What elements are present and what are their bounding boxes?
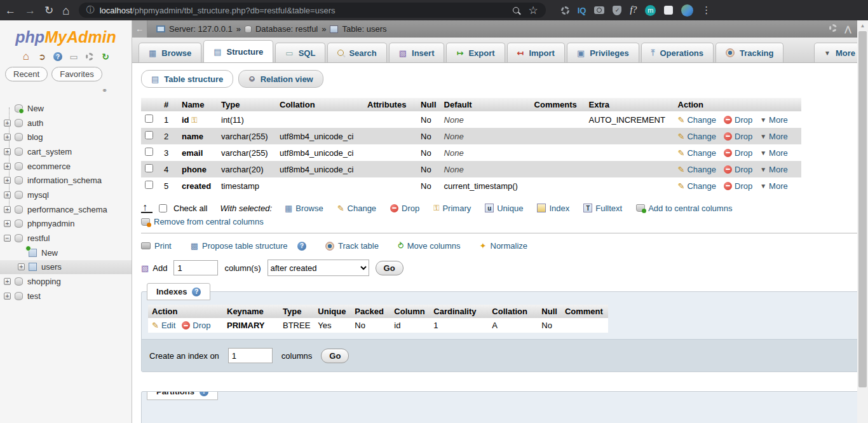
with-selected-drop[interactable]: Drop [390,204,419,213]
with-selected-change[interactable]: ✎Change [337,204,376,213]
expand-icon[interactable]: + [4,206,11,213]
change-link[interactable]: ✎Change [678,132,716,141]
help-icon[interactable]: ? [52,52,64,62]
scrollbar-thumb[interactable] [858,31,867,387]
add-column-position-select[interactable]: after created [268,260,369,276]
tab-export[interactable]: ↦Export [446,43,505,62]
breadcrumb-table-link[interactable]: Table: users [342,24,386,34]
change-link[interactable]: ✎Change [678,115,716,125]
with-selected-fulltext[interactable]: TFulltext [583,204,622,213]
tab-search[interactable]: Search [327,43,386,62]
home-icon[interactable]: ⌂ [62,4,69,17]
expand-icon[interactable]: + [4,148,11,155]
create-index-go-button[interactable]: Go [321,349,349,363]
documentation-icon[interactable]: ▭ [68,52,79,62]
bookmark-star-icon[interactable]: ☆ [528,5,538,16]
zoom-icon[interactable] [513,7,519,13]
tree-item-mysql[interactable]: + mysql [0,188,132,202]
page-settings-gear-icon[interactable] [829,24,837,32]
tree-item-performance-schema[interactable]: + performance_schema [0,202,132,217]
forward-icon[interactable]: → [25,5,36,16]
row-checkbox[interactable] [145,181,153,189]
row-checkbox[interactable] [145,164,153,172]
with-selected-unique[interactable]: uUnique [485,204,523,213]
collapse-panel-icon[interactable]: ⋀ [844,24,851,34]
with-selected-add-central[interactable]: Add to central columns [636,204,732,213]
add-column-count-input[interactable] [173,260,218,275]
index-edit-link[interactable]: ✎Edit [152,321,175,330]
favorites-button[interactable]: Favorites [51,67,102,81]
change-link[interactable]: ✎Change [678,181,716,191]
index-drop-link[interactable]: Drop [182,321,210,330]
phpmyadmin-logo[interactable]: phpMyAdmin [0,28,132,46]
drop-link[interactable]: Drop [724,115,752,125]
tree-item-new-database[interactable]: New [0,101,132,116]
expand-icon[interactable]: + [4,177,11,184]
more-link[interactable]: ▼More [760,115,788,125]
help-icon[interactable]: ? [297,242,306,251]
propose-structure-link[interactable]: ▩Propose table structure ? [191,241,306,251]
drop-link[interactable]: Drop [724,165,752,174]
more-link[interactable]: ▼More [760,148,788,158]
change-link[interactable]: ✎Change [678,165,716,174]
tree-item-test[interactable]: + test [0,289,132,303]
tab-browse[interactable]: ▦Browse [139,43,201,62]
add-column-go-button[interactable]: Go [376,261,403,275]
extension-camera-icon[interactable] [594,6,604,14]
tree-item-information-schema[interactable]: + information_schema [0,173,132,188]
logout-icon[interactable]: ➲ [36,52,48,62]
expand-icon[interactable]: + [4,278,11,285]
change-link[interactable]: ✎Change [678,148,716,158]
expand-icon[interactable]: + [4,134,11,141]
print-link[interactable]: Print [141,241,172,251]
drop-link[interactable]: Drop [724,181,752,191]
browser-menu-icon[interactable]: ⋮ [702,4,712,16]
more-link[interactable]: ▼More [760,132,788,141]
extension-shield-icon[interactable]: ✓ [613,6,621,15]
tree-item-blog[interactable]: + blog [0,130,132,144]
breadcrumb-server-link[interactable]: Server: 127.0.0.1 [169,24,233,34]
recent-button[interactable]: Recent [5,67,48,81]
unlink-panels-icon[interactable]: ⚭ [102,87,132,95]
more-link[interactable]: ▼More [760,165,788,174]
expand-icon[interactable]: + [18,263,25,270]
tab-privileges[interactable]: ▣Privileges [567,43,639,62]
address-bar[interactable]: ⓘ localhost/phpmyadmin/tbl_structure.php… [79,3,546,18]
with-selected-index[interactable]: Index [537,204,569,213]
extension-iq-icon[interactable]: IQ [578,6,587,15]
tree-item-shopping[interactable]: + shopping [0,274,132,289]
expand-icon[interactable]: + [4,163,11,170]
normalize-link[interactable]: ✦Normalize [480,241,527,251]
scrollbar-up-icon[interactable]: ▲ [857,20,868,31]
drop-link[interactable]: Drop [724,148,752,158]
track-table-link[interactable]: Track table [325,241,379,251]
tree-item-phpmyadmin[interactable]: + phpmyadmin [0,217,132,232]
tab-insert[interactable]: ▧Insert [389,43,445,62]
row-checkbox[interactable] [145,148,153,156]
tree-item-cart-system[interactable]: + cart_system [0,144,132,159]
table-structure-button[interactable]: ▤ Table structure [141,70,233,88]
extensions-puzzle-icon[interactable] [664,6,673,15]
page-scrollbar[interactable]: ▲ [857,20,868,423]
reload-navigation-icon[interactable]: ↻ [100,52,111,62]
expand-icon[interactable]: + [4,220,11,227]
expand-icon[interactable]: + [4,293,11,300]
help-icon[interactable]: ? [200,391,208,396]
profile-avatar[interactable] [681,4,693,17]
check-all-checkbox[interactable] [159,204,167,212]
drop-link[interactable]: Drop [724,132,752,141]
tree-item-restful[interactable]: − restful [0,231,132,246]
with-selected-browse[interactable]: ▦Browse [285,204,323,213]
move-columns-link[interactable]: ⥁Move columns [398,241,461,251]
help-icon[interactable]: ? [192,288,201,296]
reload-icon[interactable]: ↻ [44,5,53,16]
expand-icon[interactable]: + [4,191,11,198]
settings-gear-icon[interactable] [84,52,95,62]
tree-item-auth[interactable]: + auth [0,116,132,130]
breadcrumb-database-link[interactable]: Database: restful [255,24,318,34]
check-all-label[interactable]: Check all [173,204,207,213]
tree-item-users[interactable]: + users [0,260,132,275]
more-link[interactable]: ▼More [760,181,788,191]
remove-central-columns-link[interactable]: Remove from central columns [154,217,264,226]
with-selected-primary[interactable]: ⚿Primary [433,204,471,213]
